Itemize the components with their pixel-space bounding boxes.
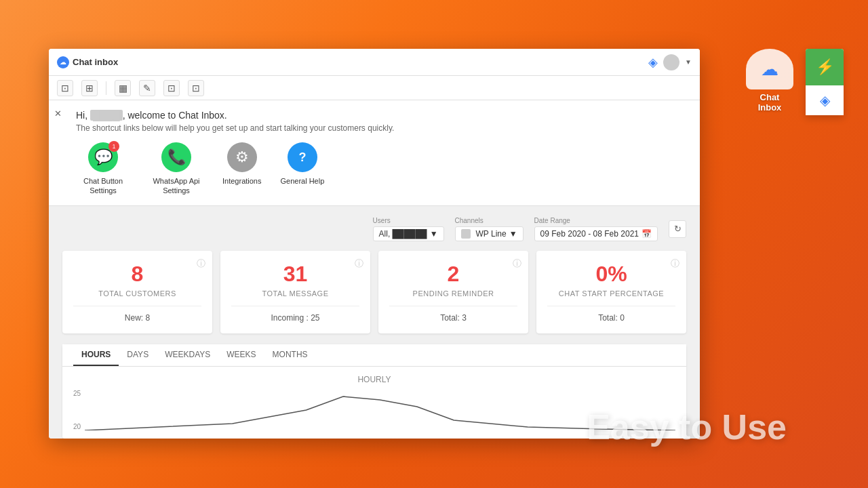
stat-info-icon-1[interactable]: ⓘ (355, 258, 363, 270)
stat-value-reminder: 2 (389, 262, 517, 287)
toolbar: ⊡ ⊞ ▦ ✎ ⊡ ⊡ (49, 76, 700, 100)
users-filter: Users All, ██████ ▼ (373, 217, 444, 241)
toolbar-icon-box[interactable]: ⊡ (188, 80, 204, 96)
channels-filter-label: Channels (455, 217, 524, 224)
users-select[interactable]: All, ██████ ▼ (373, 226, 444, 241)
chat-inbox-widget: ☁ ChatInbox (739, 49, 800, 113)
refresh-button[interactable]: ↻ (669, 220, 686, 238)
logo-icon: ☁ (57, 56, 69, 68)
users-filter-label: Users (373, 217, 444, 224)
help-label: General Help (280, 176, 324, 186)
stat-detail-customers: New: 8 (73, 313, 201, 323)
channels-dropdown-icon: ▼ (509, 229, 517, 239)
toolbar-icon-chat[interactable]: ⊡ (57, 80, 73, 96)
user-dropdown-arrow[interactable]: ▼ (685, 58, 692, 66)
users-dropdown-icon: ▼ (430, 229, 438, 239)
welcome-subtitle: The shortcut links below will help you g… (76, 123, 686, 133)
plug-icon: ⚡ (816, 58, 834, 76)
chat-inbox-widget-label: ChatInbox (739, 92, 800, 113)
channel-icon (461, 229, 471, 239)
stat-detail-value-3: 0 (620, 313, 625, 323)
stat-detail-label-0: New: (125, 313, 143, 323)
stat-value-chat-start: 0% (547, 262, 675, 287)
chart-tab-weeks[interactable]: WEEKS (218, 344, 264, 366)
date-range-value: 09 Feb 2020 - 08 Feb 2021 (540, 229, 639, 239)
chat-button-label: Chat Button Settings (76, 176, 130, 196)
chart-tabs: HOURS DAYS WEEKDAYS WEEKS MONTHS (62, 344, 686, 367)
toolbar-icon-grid[interactable]: ⊞ (81, 80, 98, 96)
stat-info-icon-3[interactable]: ⓘ (671, 258, 679, 270)
whatsapp-icon: 📞 (161, 142, 191, 172)
date-range-filter: Date Range 09 Feb 2020 - 08 Feb 2021 📅 (534, 217, 658, 241)
toolbar-separator (106, 81, 106, 95)
stat-card-customers: ⓘ 8 TOTAL CUSTOMERS New: 8 (62, 251, 212, 333)
toolbar-icon-edit[interactable]: ✎ (139, 80, 155, 96)
welcome-close-button[interactable]: ✕ (54, 108, 62, 119)
stat-divider-0 (73, 306, 201, 306)
toolbar-icon-img[interactable]: ⊡ (163, 80, 180, 96)
stat-detail-chat-start: Total: 0 (547, 313, 675, 323)
stat-divider-1 (231, 306, 359, 306)
easy-to-use-text: Easy to Use (587, 407, 787, 447)
chat-button-icon: 💬 1 (88, 142, 118, 172)
stat-card-reminder: ⓘ 2 PENDING REMINDER Total: 3 (378, 251, 528, 333)
shortcut-chat-button[interactable]: 💬 1 Chat Button Settings (76, 142, 130, 196)
stat-label-message: TOTAL MESSAGE (231, 289, 359, 298)
right-sidebar: ⚡ ◈ (806, 49, 844, 115)
shortcut-links: 💬 1 Chat Button Settings 📞 WhatsApp Api … (76, 142, 686, 196)
y-label-25: 25 (73, 390, 81, 397)
shortcut-help[interactable]: ? General Help (280, 142, 324, 186)
app-window: ☁ Chat inbox ◈ ▼ ⊡ ⊞ ▦ ✎ ⊡ ⊡ ✕ Hi, ████,… (49, 49, 700, 439)
filters-row: Users All, ██████ ▼ Channels WP Line ▼ D… (62, 217, 686, 241)
stat-label-reminder: PENDING REMINDER (389, 289, 517, 298)
stat-label-customers: TOTAL CUSTOMERS (73, 289, 201, 298)
channels-select[interactable]: WP Line ▼ (455, 226, 524, 241)
shortcut-whatsapp[interactable]: 📞 WhatsApp Api Settings (149, 142, 203, 196)
stat-divider-2 (389, 306, 517, 306)
stat-info-icon-0[interactable]: ⓘ (197, 258, 205, 270)
chart-tab-weekdays[interactable]: WEEKDAYS (157, 344, 218, 366)
chart-y-axis: 25 20 (73, 390, 85, 430)
integrations-label: Integrations (222, 176, 261, 186)
integrations-icon: ⚙ (227, 142, 257, 172)
chart-tab-hours[interactable]: HOURS (73, 344, 119, 366)
stat-detail-label-1: Incoming : (271, 313, 308, 323)
stat-detail-label-3: Total: (598, 313, 618, 323)
users-select-value: All, ██████ (379, 229, 427, 239)
diamond-icon: ◈ (648, 55, 658, 70)
welcome-username: ████ (90, 110, 123, 121)
chart-tab-days[interactable]: DAYS (119, 344, 157, 366)
stats-row: ⓘ 8 TOTAL CUSTOMERS New: 8 ⓘ 31 TOTAL ME… (62, 251, 686, 333)
calendar-icon: 📅 (642, 229, 652, 239)
sidebar-diamond-icon: ◈ (820, 85, 830, 115)
user-avatar (663, 54, 679, 70)
channels-select-value: WP Line (476, 229, 507, 239)
stat-detail-message: Incoming : 25 (231, 313, 359, 323)
chat-inbox-cloud-icon: ☁ (746, 49, 793, 89)
sidebar-top: ⚡ (806, 49, 844, 85)
stat-divider-3 (547, 306, 675, 306)
whatsapp-label: WhatsApp Api Settings (149, 176, 203, 196)
title-bar-right: ◈ ▼ (648, 54, 692, 70)
stat-detail-value-2: 3 (462, 313, 467, 323)
main-content: Users All, ██████ ▼ Channels WP Line ▼ D… (49, 206, 700, 439)
channels-filter: Channels WP Line ▼ (455, 217, 524, 241)
stat-info-icon-2[interactable]: ⓘ (513, 258, 521, 270)
shortcut-integrations[interactable]: ⚙ Integrations (222, 142, 261, 186)
y-label-20: 20 (73, 423, 81, 430)
app-logo: ☁ Chat inbox (57, 56, 118, 68)
chart-wrapper: 25 20 (73, 390, 675, 430)
toolbar-icon-bar[interactable]: ▦ (115, 80, 131, 96)
title-bar-left: ☁ Chat inbox (57, 56, 118, 68)
date-range-select[interactable]: 09 Feb 2020 - 08 Feb 2021 📅 (534, 226, 658, 241)
welcome-content: Hi, ████, welcome to Chat Inbox. The sho… (76, 110, 686, 196)
chat-button-badge: 1 (108, 141, 119, 152)
help-icon: ? (288, 142, 317, 172)
chart-title: HOURLY (73, 375, 675, 384)
stat-detail-value-1: 25 (311, 313, 319, 323)
stat-card-chat-start: ⓘ 0% CHAT START PERCENTAGE Total: 0 (536, 251, 686, 333)
title-bar: ☁ Chat inbox ◈ ▼ (49, 49, 700, 76)
welcome-banner: ✕ Hi, ████, welcome to Chat Inbox. The s… (49, 100, 700, 206)
stat-value-message: 31 (231, 262, 359, 287)
chart-tab-months[interactable]: MONTHS (264, 344, 316, 366)
